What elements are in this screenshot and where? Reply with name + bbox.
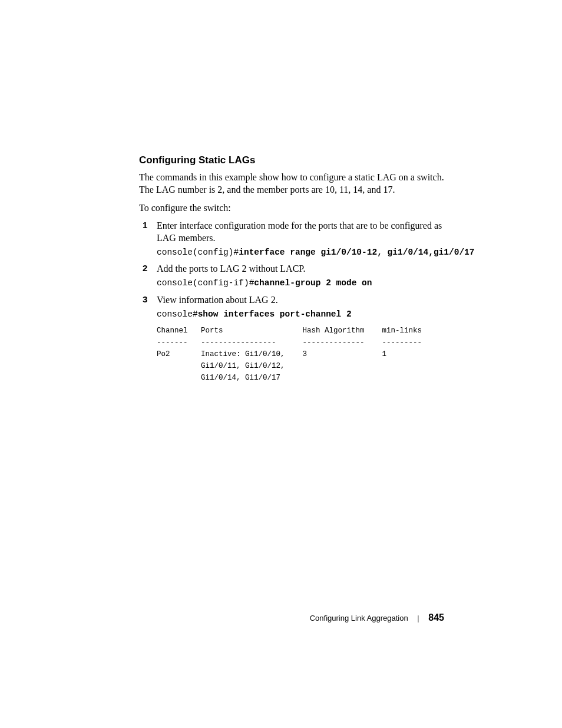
code-prompt: console(config-if)# [157, 278, 254, 288]
cli-output: Channel Ports Hash Algorithm min-links -… [157, 325, 444, 384]
footer-separator: | [417, 614, 419, 622]
step-text: Add the ports to LAG 2 without LACP. [157, 263, 444, 275]
lead-paragraph: To configure the switch: [139, 202, 444, 214]
cli-divider: ------- ----------------- --------------… [157, 338, 422, 347]
step-text: Enter interface configuration mode for t… [157, 220, 444, 245]
intro-paragraph: The commands in this example show how to… [139, 171, 444, 196]
code-command: interface range gi1/0/10-12, gi1/0/14,gi… [239, 248, 474, 257]
step-1: 1 Enter interface configuration mode for… [139, 220, 444, 258]
footer-title: Configuring Link Aggregation [310, 614, 408, 622]
code-block: console(config)#interface range gi1/0/10… [157, 247, 444, 259]
code-block: console(config-if)#channel-group 2 mode … [157, 278, 444, 289]
step-text: View information about LAG 2. [157, 294, 444, 307]
cli-row: Gi1/0/14, Gi1/0/17 [157, 374, 280, 382]
page-number: 845 [428, 612, 444, 622]
step-2: 2 Add the ports to LAG 2 without LACP. c… [139, 263, 444, 289]
code-prompt: console# [157, 309, 198, 319]
code-command: show interfaces port-channel 2 [198, 309, 352, 319]
steps-list: 1 Enter interface configuration mode for… [139, 220, 444, 384]
step-3: 3 View information about LAG 2. console#… [139, 294, 444, 384]
page-footer: Configuring Link Aggregation | 845 [310, 612, 444, 623]
page: Configuring Static LAGs The commands in … [0, 0, 562, 728]
section-heading: Configuring Static LAGs [139, 154, 444, 166]
step-number: 2 [143, 263, 147, 273]
step-number: 3 [143, 294, 147, 304]
code-block: console#show interfaces port-channel 2 [157, 309, 444, 321]
cli-row: Gi1/0/11, Gi1/0/12, [157, 362, 285, 370]
cli-row: Po2 Inactive: Gi1/0/10, 3 1 [157, 350, 386, 358]
cli-header: Channel Ports Hash Algorithm min-links [157, 327, 422, 335]
step-number: 1 [143, 220, 147, 230]
code-prompt: console(config)# [157, 248, 239, 257]
code-command: channel-group 2 mode on [254, 278, 372, 288]
